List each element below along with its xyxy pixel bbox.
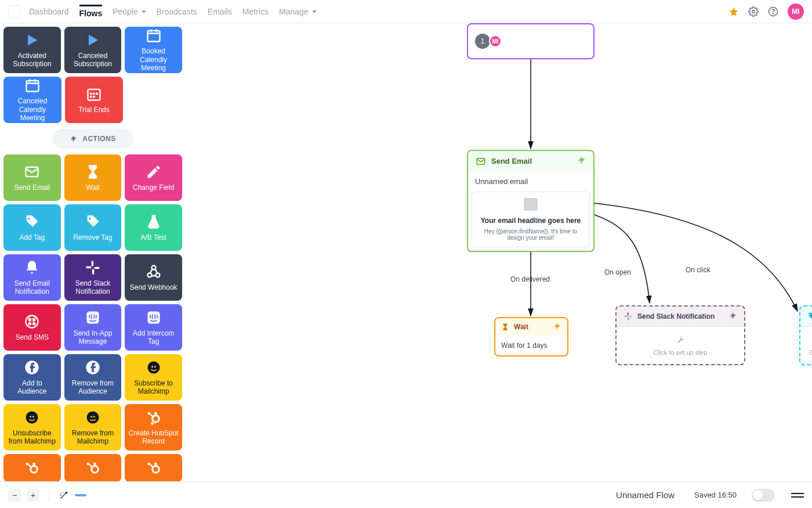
nav-broadcasts[interactable]: Broadcasts [157,7,197,16]
svg-rect-16 [92,269,95,274]
action-send-email[interactable]: Send Email [3,154,61,201]
slack-node-title: Send Slack Notification [637,312,715,320]
svg-point-21 [26,315,38,327]
tag-icon [807,311,812,322]
flow-canvas[interactable]: On delivered On open On click 1 MI Send … [186,23,812,481]
svg-rect-15 [86,266,91,268]
svg-point-31 [151,366,153,368]
svg-point-24 [29,323,31,325]
image-placeholder-icon [524,198,538,211]
wait-node-title: Wait [514,323,528,331]
twilio-icon [24,314,40,330]
hubspot-icon [85,460,101,476]
menu-icon[interactable] [791,493,804,498]
nav-manage[interactable]: Manage [279,7,317,16]
action-remove-audience[interactable]: Remove from Audience [64,354,122,401]
svg-point-32 [154,366,155,368]
svg-point-33 [26,411,38,423]
action-webhook[interactable]: Send Webhook [125,254,182,301]
action-add-tag[interactable]: Add Tag [3,204,61,251]
action-slack-notification[interactable]: Send Slack Notification [64,254,122,301]
zoom-out-button[interactable]: − [8,489,21,502]
calendar-grid-icon [86,86,102,102]
envelope-icon [475,156,487,167]
nav-metrics[interactable]: Metrics [242,7,269,16]
action-ab-test[interactable]: A/B Test [125,204,182,251]
bolt-icon [577,156,586,167]
slack-icon [624,311,633,322]
trigger-activated-subscription[interactable]: Activated Subscription [3,27,61,73]
svg-rect-26 [87,311,99,323]
action-intercom-tag[interactable]: Add Intercom Tag [125,304,182,351]
facebook-icon [24,359,40,376]
trigger-trial-ends[interactable]: Trial Ends [65,77,123,123]
trigger-canceled-calendly[interactable]: Canceled Calendly Meeting [3,77,61,123]
action-inapp-message[interactable]: Send In-App Message [64,304,122,351]
action-hubspot-extra-2[interactable] [64,454,122,481]
nav-emails[interactable]: Emails [208,7,232,16]
svg-point-30 [147,361,160,373]
hourglass-icon [501,322,509,332]
svg-point-42 [151,422,154,425]
trigger-count-badge: 1 [475,34,490,49]
action-remove-mailchimp[interactable]: Remove from Mailchimp [64,404,122,451]
svg-point-45 [26,463,29,466]
wrench-icon [676,335,685,345]
envelope-icon [24,164,40,180]
star-icon[interactable] [728,6,739,17]
action-change-field[interactable]: Change Field [125,154,182,201]
add-tag-node[interactable]: Add Tag Click to set up step [799,305,812,365]
action-remove-tag[interactable]: Remove Tag [64,204,122,251]
nav-dashboard[interactable]: Dashboard [29,7,69,16]
user-avatar[interactable]: MI [788,3,804,20]
bell-icon [24,260,40,276]
action-unsubscribe-mailchimp[interactable]: Unsubscribe from Mailchimp [3,404,61,451]
gear-icon[interactable] [748,6,759,17]
action-send-sms[interactable]: Send SMS [3,304,61,351]
bottom-bar: − + Unnamed Flow Saved 16:50 [0,481,812,508]
addtag-setup-body[interactable]: Click to set up step [800,326,812,364]
slack-notification-node[interactable]: Send Slack Notification Click to set up … [615,305,745,365]
wait-node[interactable]: Wait Wait for 1 days [494,317,568,356]
nav-flows[interactable]: Flows [79,5,103,18]
wait-node-body: Wait for 1 days [495,336,567,355]
magic-wand-icon[interactable] [59,490,69,500]
play-icon [24,32,40,48]
mailchimp-icon [85,409,101,426]
edge-label-open: On open [604,268,631,276]
mailchimp-icon [24,409,40,426]
svg-point-22 [29,319,31,321]
trigger-node[interactable]: 1 MI [467,23,594,59]
action-hubspot-extra-1[interactable] [3,454,61,481]
help-icon[interactable] [768,6,778,17]
hubspot-icon [24,460,40,476]
bolt-icon [553,322,561,332]
action-add-audience[interactable]: Add to Audience [3,354,61,401]
trigger-user-avatar: MI [489,35,502,48]
svg-point-50 [154,463,157,466]
action-hubspot-record[interactable]: Create HubSpot Record [125,404,182,451]
svg-rect-14 [92,261,94,266]
trigger-canceled-subscription[interactable]: Canceled Subscription [64,27,122,73]
intercom-icon [85,309,101,326]
send-email-node[interactable]: Send Email Unnamed email Your email head… [467,150,594,252]
top-nav: Dashboard Flows People Broadcasts Emails… [0,0,812,23]
action-subscribe-mailchimp[interactable]: Subscribe to Mailchimp [125,354,182,401]
flask-icon [146,214,162,230]
brand-logo[interactable] [8,5,21,18]
svg-rect-53 [628,312,629,315]
publish-toggle[interactable] [752,489,775,502]
trigger-booked-calendly[interactable]: Booked Calendly Meeting [125,27,182,73]
svg-rect-17 [94,266,99,269]
nav-people[interactable]: People [113,7,146,16]
svg-rect-4 [27,81,39,92]
slack-setup-body[interactable]: Click to set up step [617,326,744,364]
flow-name[interactable]: Unnamed Flow [616,490,675,500]
svg-point-0 [752,10,755,13]
action-email-notification[interactable]: Send Email Notification [3,254,61,301]
zoom-in-button[interactable]: + [27,489,39,502]
action-hubspot-extra-3[interactable] [125,454,182,481]
workspace: Activated Subscription Canceled Subscrip… [0,23,812,481]
calendar-icon [24,77,41,93]
action-wait[interactable]: Wait [64,154,122,201]
